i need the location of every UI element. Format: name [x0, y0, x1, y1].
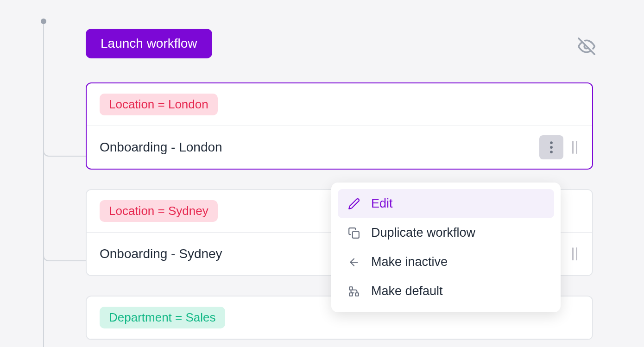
svg-rect-6 — [353, 231, 359, 238]
menu-item-label: Duplicate workflow — [371, 226, 475, 240]
connector-line — [43, 253, 86, 261]
menu-item-edit[interactable]: Edit — [338, 189, 554, 218]
drag-handle-icon[interactable] — [570, 141, 579, 154]
menu-item-label: Make inactive — [371, 255, 448, 269]
arrow-left-icon — [347, 256, 361, 268]
condition-tag: Location = Sydney — [100, 200, 218, 222]
menu-item-duplicate[interactable]: Duplicate workflow — [338, 218, 554, 247]
card-header: Location = London — [87, 83, 592, 126]
workflow-title: Onboarding - London — [100, 140, 539, 155]
copy-icon — [347, 227, 361, 239]
menu-item-make-default[interactable]: Make default — [338, 277, 554, 306]
sitemap-icon — [347, 285, 361, 297]
menu-item-label: Edit — [371, 196, 393, 211]
condition-tag: Location = London — [100, 94, 218, 115]
svg-point-0 — [550, 141, 553, 144]
svg-point-2 — [550, 151, 553, 153]
connector-line — [43, 148, 86, 157]
pencil-icon — [347, 198, 361, 210]
timeline-start-dot — [41, 19, 46, 24]
drag-handle-icon[interactable] — [570, 247, 579, 260]
more-options-button[interactable] — [539, 135, 563, 159]
svg-point-1 — [550, 146, 553, 149]
launch-workflow-button[interactable]: Launch workflow — [86, 29, 212, 58]
timeline-line — [43, 24, 44, 347]
condition-tag: Department = Sales — [100, 307, 225, 328]
visibility-off-icon[interactable] — [576, 36, 597, 57]
context-menu: Edit Duplicate workflow Make inactive Ma… — [331, 183, 561, 312]
menu-item-make-inactive[interactable]: Make inactive — [338, 247, 554, 277]
menu-item-label: Make default — [371, 284, 443, 298]
workflow-card[interactable]: Location = London Onboarding - London — [86, 82, 593, 170]
